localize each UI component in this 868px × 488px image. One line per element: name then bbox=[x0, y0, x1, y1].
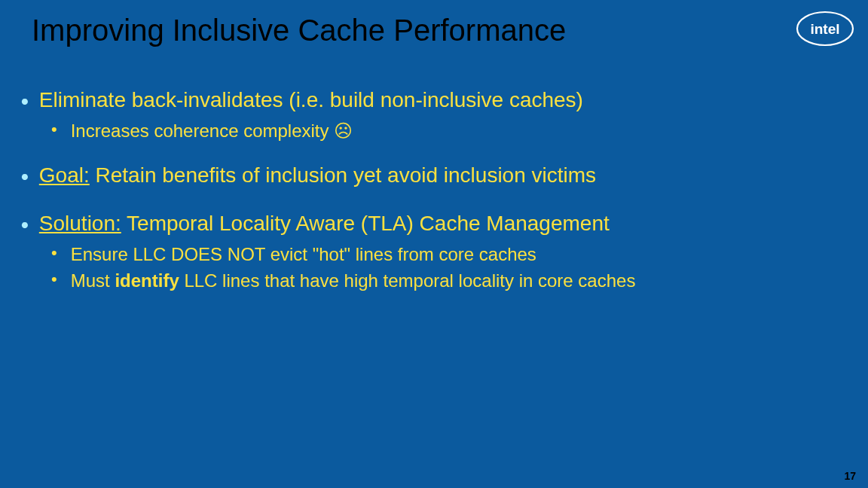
slide-title: Improving Inclusive Cache Performance bbox=[32, 14, 566, 47]
bullet-text: Ensure LLC DOES NOT evict "hot" lines fr… bbox=[71, 242, 536, 266]
bullet-text: Solution: Temporal Locality Aware (TLA) … bbox=[39, 210, 610, 237]
bullet-marker-icon: • bbox=[51, 242, 57, 264]
bullet-text: Goal: Retain benefits of inclusion yet a… bbox=[39, 162, 596, 189]
bullet-text: Must identify LLC lines that have high t… bbox=[71, 269, 636, 292]
bullet-marker-icon: • bbox=[51, 269, 57, 291]
bullet-level1: • Eliminate back-invalidates (i.e. build… bbox=[21, 87, 838, 114]
bullet-level2: • Ensure LLC DOES NOT evict "hot" lines … bbox=[51, 242, 838, 266]
bullet-level1: • Solution: Temporal Locality Aware (TLA… bbox=[21, 210, 838, 238]
bullet-text: Increases coherence complexity ☹ bbox=[71, 119, 353, 142]
bullet-level1: • Goal: Retain benefits of inclusion yet… bbox=[21, 162, 838, 190]
intel-logo-icon: intel bbox=[796, 11, 854, 47]
page-number: 17 bbox=[844, 470, 856, 482]
bullet-marker-icon: • bbox=[21, 164, 29, 190]
bullet-level2: • Increases coherence complexity ☹ bbox=[51, 119, 838, 142]
bullet-level2: • Must identify LLC lines that have high… bbox=[51, 269, 838, 292]
slide-content: • Eliminate back-invalidates (i.e. build… bbox=[21, 87, 838, 295]
svg-text:intel: intel bbox=[810, 21, 839, 37]
bullet-marker-icon: • bbox=[21, 89, 29, 114]
bullet-marker-icon: • bbox=[51, 119, 57, 141]
bullet-text: Eliminate back-invalidates (i.e. build n… bbox=[39, 87, 583, 114]
bullet-marker-icon: • bbox=[21, 212, 29, 238]
